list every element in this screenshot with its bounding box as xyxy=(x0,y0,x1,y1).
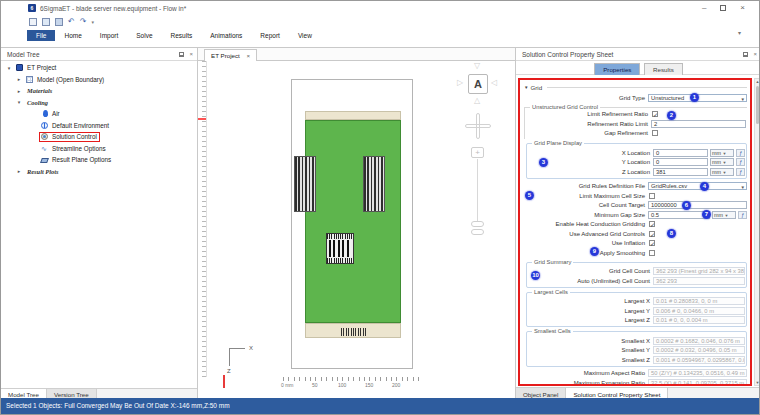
z-location-unit-select[interactable]: mm ▼ xyxy=(710,168,734,176)
section-collapse-icon[interactable]: ▼ xyxy=(524,85,528,90)
use-inflation-checkbox[interactable] xyxy=(649,240,655,246)
row-grid-rules-file: Grid Rules Definition File GridRules.csv… xyxy=(522,182,747,192)
tree-item-result-plots[interactable]: ▸ Result Plots xyxy=(1,166,197,178)
menu-import[interactable]: Import xyxy=(91,30,127,41)
board-edge-connector-bottom[interactable] xyxy=(305,323,401,338)
expand-arrow-icon[interactable]: ▾ xyxy=(6,65,12,71)
tree-item-cooling[interactable]: ▾ Cooling xyxy=(1,97,197,109)
property-scrollbar[interactable]: ▲ ▼ xyxy=(754,78,760,386)
menu-view[interactable]: View xyxy=(289,30,321,41)
axis-z-label: Z xyxy=(227,368,231,374)
rotate-left-icon[interactable]: ▷ xyxy=(457,79,463,87)
undo-icon[interactable]: ↶ xyxy=(68,18,75,26)
largest-y-value: 0.006 # 0, 0.0466, 0 m xyxy=(653,307,745,315)
menu-solve[interactable]: Solve xyxy=(127,30,161,41)
property-sheet-panel: Solution Control Property Sheet × Proper… xyxy=(516,48,760,401)
ribbon-collapse-icon[interactable]: ▾ xyxy=(738,29,741,36)
tab-et-project[interactable]: ET Project × xyxy=(204,49,257,61)
scroll-down-icon[interactable]: ▼ xyxy=(755,380,760,385)
streamline-icon: ∿ xyxy=(41,145,48,152)
rotate-right-icon[interactable]: ◁ xyxy=(491,79,497,87)
gap-refinement-checkbox[interactable] xyxy=(652,130,658,136)
cpu-socket[interactable] xyxy=(326,233,354,264)
y-location-input[interactable]: 0 xyxy=(653,158,708,166)
redo-icon[interactable]: ↷ xyxy=(80,18,87,26)
limit-refinement-ratio-checkbox[interactable] xyxy=(652,111,658,117)
chevron-down-icon: ▼ xyxy=(722,160,726,165)
refinement-ratio-limit-input[interactable]: 2 xyxy=(651,120,746,128)
enable-heat-conduction-checkbox[interactable] xyxy=(649,221,655,227)
zoom-slider-handle-2[interactable] xyxy=(471,229,484,235)
unit-override-icon[interactable]: ƒ xyxy=(736,149,745,157)
view-cube[interactable]: A xyxy=(468,74,488,94)
minimize-button[interactable]: – xyxy=(702,3,706,13)
grid-rules-file-select[interactable]: GridRules.csv ▼ xyxy=(648,182,747,190)
tree-item-default-environment[interactable]: Default Environment xyxy=(1,120,197,132)
pin-icon[interactable] xyxy=(743,52,748,57)
row-x-location: X Location 0 mm ▼ ƒ xyxy=(527,148,745,158)
pan-horizontal-bar xyxy=(465,124,491,128)
tab-close-icon[interactable]: × xyxy=(247,52,251,59)
scrollbar-thumb[interactable] xyxy=(756,86,759,124)
min-gap-size-unit-select[interactable]: mm ▼ xyxy=(712,211,736,219)
save-icon[interactable] xyxy=(55,18,63,26)
dimm-bank-right[interactable] xyxy=(363,156,385,212)
use-advanced-grid-checkbox[interactable] xyxy=(649,231,655,237)
expand-arrow-icon[interactable]: ▾ xyxy=(16,99,22,105)
tree-item-streamline-options[interactable]: ∿ Streamline Options xyxy=(1,143,197,155)
cell-count-target-input[interactable]: 10000000 xyxy=(648,201,747,209)
zoom-in-button[interactable]: + xyxy=(471,147,484,158)
tree-item-et-project[interactable]: ▾ ET Project xyxy=(1,62,197,74)
board-edge-connector-top[interactable] xyxy=(305,111,401,120)
new-document-icon[interactable] xyxy=(29,18,37,26)
menu-report[interactable]: Report xyxy=(251,30,289,41)
collapse-arrow-icon[interactable]: ▸ xyxy=(16,88,22,94)
collapse-arrow-icon[interactable]: ▸ xyxy=(16,76,22,82)
row-gap-refinement: Gap Refinement xyxy=(525,129,746,139)
zoom-slider-track[interactable] xyxy=(477,159,478,224)
x-location-input[interactable]: 0 xyxy=(653,149,708,157)
board-outline[interactable] xyxy=(291,79,413,369)
collapse-arrow-icon[interactable]: ▸ xyxy=(16,168,22,174)
max-aspect-ratio-value: 50 (Z/Y) # 0.134235, 0.0516, 0.49 m xyxy=(648,369,747,377)
dimm-bank-left[interactable] xyxy=(294,156,316,212)
tree-item-model[interactable]: ▸ Model (Open Boundary) xyxy=(1,74,197,86)
tab-results[interactable]: Results xyxy=(644,63,683,75)
tree-item-result-plane-options[interactable]: Result Plane Options xyxy=(1,154,197,166)
unit-override-icon[interactable]: ƒ xyxy=(736,158,745,166)
menu-file[interactable]: File xyxy=(27,30,55,41)
menu-home[interactable]: Home xyxy=(55,30,90,41)
panel-close-icon[interactable]: × xyxy=(753,51,757,57)
rotate-up-icon[interactable]: ▽ xyxy=(474,62,480,70)
ruler-label: 200 xyxy=(392,382,400,388)
pin-icon[interactable] xyxy=(179,52,184,57)
z-location-input[interactable]: 381 xyxy=(653,168,708,176)
toolbar-more-icon[interactable]: ▾ xyxy=(91,18,94,26)
annotation-badge-1: 1 xyxy=(690,93,699,102)
open-icon[interactable] xyxy=(42,18,50,26)
scroll-up-icon[interactable]: ▲ xyxy=(755,79,760,84)
unit-override-icon[interactable]: ƒ xyxy=(738,211,747,219)
maximize-button[interactable] xyxy=(720,5,726,11)
tree-item-materials[interactable]: ▸ Materials xyxy=(1,85,197,97)
close-button[interactable]: × xyxy=(740,3,745,13)
pan-control[interactable] xyxy=(465,113,491,139)
zoom-slider-handle[interactable] xyxy=(471,221,484,227)
section-grid[interactable]: ▼ Grid xyxy=(524,83,747,91)
min-gap-size-input[interactable]: 0.5 xyxy=(648,211,710,219)
apply-smoothing-checkbox[interactable] xyxy=(649,250,655,256)
row-min-gap-size: Minimum Gap Size 0.5 mm ▼ ƒ 7 xyxy=(522,210,747,220)
tree-item-solution-control[interactable]: Solution Control xyxy=(1,131,197,143)
limit-max-cell-size-checkbox[interactable] xyxy=(649,193,655,199)
menu-animations[interactable]: Animations xyxy=(201,30,251,41)
y-location-unit-select[interactable]: mm ▼ xyxy=(710,158,734,166)
ruler-label: 0 mm xyxy=(281,382,294,388)
x-location-unit-select[interactable]: mm ▼ xyxy=(710,149,734,157)
rotate-down-icon[interactable]: △ xyxy=(474,97,480,105)
unit-override-icon[interactable]: ƒ xyxy=(736,168,745,176)
panel-close-icon[interactable]: × xyxy=(189,51,193,57)
tab-properties[interactable]: Properties xyxy=(594,63,640,75)
tree-item-air[interactable]: Air xyxy=(1,108,197,120)
pcb-board[interactable] xyxy=(305,120,401,323)
menu-results[interactable]: Results xyxy=(162,30,202,41)
